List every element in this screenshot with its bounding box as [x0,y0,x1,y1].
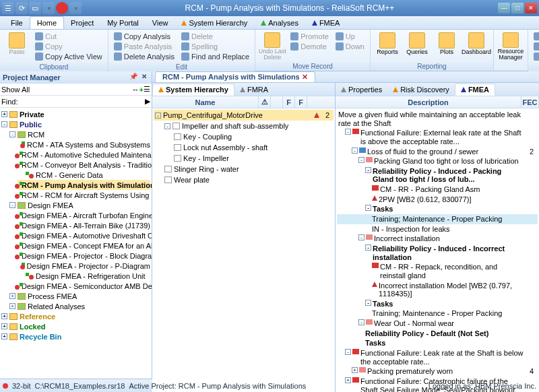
fmea-node[interactable]: -Functional Failure: Leak rate at the Sh… [337,348,538,366]
col-header[interactable]: Name [152,96,259,108]
pm-node[interactable]: Design FMEA - Automotive Driveshaft Comp… [18,230,150,240]
expand-icon[interactable]: - [155,112,161,119]
expand-icon[interactable]: - [345,129,351,135]
expand-icon[interactable]: + [9,293,15,299]
expand-icon[interactable]: - [352,148,358,154]
col-header[interactable]: ⚠ [259,96,271,108]
fmea-node[interactable]: Tasks [337,338,538,348]
pm-node[interactable]: RCM - RCM for Aircraft Systems Using MSG… [18,190,150,200]
maximize-button[interactable]: □ [511,3,524,13]
dashboard-button[interactable]: Dashboard [462,31,490,61]
qat-dropdown-icon[interactable] [42,2,55,14]
doc-tab-close-icon[interactable]: ✕ [302,73,308,81]
expand-icon[interactable]: - [1,121,7,127]
pm-tree[interactable]: +Private-Public-RCMRCM - ATA Systems and… [0,108,152,379]
fmea-node[interactable]: Incorrect installation Model [WB2 (0.797… [337,281,538,299]
expand-icon[interactable]: - [9,131,15,137]
fmea-node[interactable]: Reliability Policy - Default (Not Set) [337,329,538,339]
pm-node[interactable]: +Reference [1,311,150,321]
pm-node[interactable]: +Related Analyses [9,301,150,311]
expand-icon[interactable]: - [365,205,371,211]
pm-node[interactable]: +Private [1,109,150,119]
menu-item-file[interactable]: File [4,16,30,29]
batch-properties-button[interactable]: Batch Properties Editor [531,51,539,61]
pm-node[interactable]: Design FMEA - Concept FMEA for an All-Te… [18,240,150,251]
minimize-button[interactable]: — [498,3,510,13]
fmea-node[interactable]: -Incorrect installation [337,234,538,244]
expand-icon[interactable]: + [345,377,351,383]
qat-app-dropdown-icon[interactable] [69,2,82,14]
fmea-node[interactable]: Training; Maintenance - Proper Packing [337,308,538,319]
expand-icon[interactable]: + [1,323,7,329]
fmea-node[interactable]: -Packing Gland too tight or loss of lubr… [337,156,538,166]
expand-icon[interactable]: - [9,202,15,208]
fmea-node[interactable]: +Packing prematurely worn4 [337,366,538,377]
pm-node[interactable]: Design FMEA - Aircraft Turbofan Engine (… [18,210,150,220]
pm-find-next-icon[interactable]: ▶ [145,97,150,106]
pm-node[interactable]: +Process FMEA [9,291,150,301]
close-button[interactable]: ✕ [525,3,537,13]
pm-node[interactable]: RCM - Generic Data [18,170,150,180]
fmea-node[interactable]: Training; Maintenance - Proper Packing [337,214,538,224]
menu-item-my-portal[interactable]: My Portal [100,16,145,29]
col-header[interactable]: Description [336,96,521,108]
plots-button[interactable]: Plots [433,31,461,61]
pm-node[interactable]: +Recycle Bin [1,331,150,341]
system-node[interactable]: -Pump_Centrifugal_MotorDrive2 [154,110,334,121]
subtab-risk-discovery[interactable]: Risk Discovery [387,84,455,95]
menu-item-fmea[interactable]: FMEA [305,16,347,29]
fmea-node[interactable]: CM - RR - Packing Gland Asm [337,185,538,195]
queries-button[interactable]: Queries [403,31,431,61]
expand-icon[interactable]: + [1,111,7,117]
fmea-node[interactable]: Move a given fluid while maintaining an … [337,110,538,128]
system-node[interactable]: -Impeller and shaft sub-assembly [154,121,334,131]
find-replace-button[interactable]: Find and Replace [179,51,252,61]
fmea-node[interactable]: -Reliability Policy - Induced - Packing … [337,166,538,185]
pm-close-icon[interactable]: ✕ [139,73,149,82]
resource-manager-button[interactable]: Resource Manager [497,31,525,61]
fmea-node[interactable]: -Wear Out - Normal wear [337,319,538,329]
expand-icon[interactable]: - [164,123,170,129]
col-header[interactable]: F [295,96,307,108]
expand-icon[interactable]: - [365,300,371,306]
pm-find-input[interactable] [18,97,145,106]
pm-node[interactable]: RCM - ATA Systems and Subsystems [18,139,150,150]
fmea-node[interactable]: 2PW [WB2 (0.612, 830077)] [337,195,538,205]
pm-node[interactable]: RCM - Pump Analysis with Simulations [18,180,150,190]
center-tree[interactable]: -Pump_Centrifugal_MotorDrive2-Impeller a… [152,108,335,392]
subtab-fmra[interactable]: FMRA [234,84,274,95]
system-node[interactable]: Wear plate [154,174,334,185]
pm-node[interactable]: RCM - Conveyor Belt Analysis - Tradition… [18,160,150,170]
pm-node[interactable]: +Locked [1,321,150,331]
qat-menu-icon[interactable]: ☰ [2,2,14,14]
pm-node[interactable]: Design FMEA - Refrigeration Unit [18,271,150,281]
pm-node[interactable]: Design FMEA - All-Terrain Bike (J1739) [18,220,150,230]
fmea-node[interactable]: IN - Inspection for leaks [337,224,538,234]
pm-node[interactable]: -Public [1,119,150,129]
pm-pin-icon[interactable]: 📌 [129,73,138,82]
menu-item-analyses[interactable]: Analyses [254,16,305,29]
pm-node[interactable]: -RCM [9,129,150,139]
copy-analysis-button[interactable]: Copy Analysis [111,31,177,41]
qat-refresh-icon[interactable]: ⟳ [15,2,28,14]
subtab-properties[interactable]: Properties [336,84,387,95]
pm-node[interactable]: Design FMEA - Projector - Block Diagrams [18,251,150,261]
qat-window-icon[interactable]: ▭ [29,2,41,14]
expand-icon[interactable]: - [358,157,364,163]
fmea-node[interactable]: -Loss of fluid to the ground / sewer2 [337,147,538,157]
expand-icon[interactable]: - [365,167,371,173]
col-header[interactable]: FEC [521,96,539,108]
expand-icon[interactable]: + [352,367,358,373]
expand-icon[interactable]: + [1,313,7,319]
system-node[interactable]: Key - Impeller [154,153,334,164]
subtab-fmea[interactable]: FMEA [455,84,495,96]
expand-icon[interactable]: - [345,349,351,355]
col-header[interactable]: F [283,96,295,108]
actions-explorer-button[interactable]: Actions Explorer [531,31,539,41]
expand-icon[interactable]: - [358,319,364,325]
pm-node[interactable]: -Design FMEA [9,200,150,210]
copy-active-view-button[interactable]: Copy Active View [32,51,105,61]
expand-icon[interactable]: + [9,303,15,309]
fmea-node[interactable]: -Tasks [337,204,538,214]
pm-node[interactable]: RCM - Automotive Scheduled Maintenance P… [18,150,150,160]
